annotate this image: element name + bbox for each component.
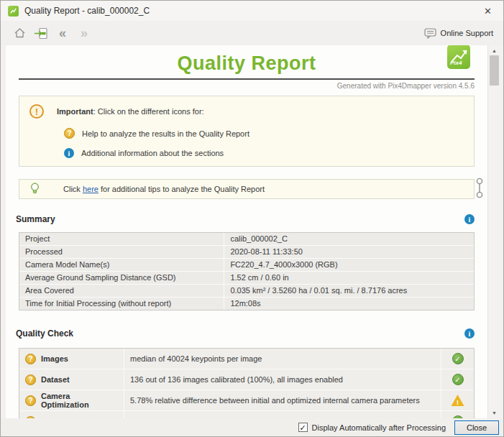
important-icon: !	[29, 104, 44, 119]
back-button[interactable]: «	[54, 24, 71, 42]
forward-icon: »	[81, 27, 88, 40]
report-view: Quality Report Pix4 Generated with Pix4D…	[6, 45, 500, 418]
table-row: ?Images median of 40024 keypoints per im…	[19, 349, 474, 369]
scroll-up-icon[interactable]: ▲	[488, 45, 500, 56]
row-value: 12m:08s	[224, 298, 474, 310]
title-bar: Quality Report - calib_000002_C ✕	[1, 1, 503, 21]
display-automatically-label[interactable]: Display Automatically after Processing	[312, 423, 446, 432]
dialog-footer: ✓ Display Automatically after Processing…	[1, 418, 503, 436]
online-support-label: Online Support	[441, 29, 493, 37]
report-content: Quality Report Pix4 Generated with Pix4D…	[6, 45, 487, 418]
summary-section-header: Summary i	[16, 214, 475, 224]
quality-report-window: Quality Report - calib_000002_C ✕ « » On…	[0, 0, 504, 437]
row-value: median of 40024 keypoints per image	[124, 349, 441, 369]
row-label: Time for Initial Processing (without rep…	[19, 298, 224, 310]
chat-bubble-icon	[424, 28, 436, 39]
export-pdf-button[interactable]	[32, 24, 50, 42]
pix4d-app-icon	[8, 6, 19, 17]
generated-version-text: Generated with Pix4Dmapper version 4.5.6	[13, 82, 475, 90]
summary-heading: Summary	[16, 214, 55, 224]
row-value: 5.78% relative difference between initia…	[124, 390, 441, 410]
quality-check-info-icon[interactable]: i	[464, 328, 475, 339]
important-row: ! Important: Click on the different icon…	[29, 104, 464, 119]
help-icon[interactable]: ?	[25, 395, 36, 406]
tip-box: Click here for additional tips to analyz…	[19, 179, 475, 199]
report-title: Quality Report	[13, 52, 480, 75]
scroll-down-icon[interactable]: ▼	[488, 408, 500, 418]
table-row: Processed2020-08-11 11:33:50	[19, 245, 474, 258]
pix4d-logo: Pix4	[447, 45, 470, 69]
row-label: Camera Optimization	[41, 392, 118, 409]
summary-info-icon[interactable]: i	[464, 214, 475, 224]
help-icon[interactable]: ?	[25, 354, 36, 364]
row-value: calib_000002_C	[224, 233, 474, 245]
important-rest: : Click on the different icons for:	[93, 107, 204, 116]
help-icon[interactable]: ?	[25, 374, 36, 385]
row-label: Camera Model Name(s)	[19, 259, 224, 271]
quality-check-heading: Quality Check	[16, 328, 73, 339]
table-row: ?Dataset 136 out of 136 images calibrate…	[19, 369, 474, 390]
help-hint-text: Help to analyze the results in the Quali…	[82, 129, 249, 138]
report-toolbar: « » Online Support	[1, 21, 503, 45]
autoscroll-indicator	[475, 178, 485, 199]
row-value: 0.035 km² / 3.5260 ha / 0.01 sq. mi. / 8…	[224, 285, 474, 297]
back-icon: «	[59, 27, 66, 40]
row-label: Average Ground Sampling Distance (GSD)	[19, 272, 224, 284]
tip-pre: Click	[63, 185, 83, 193]
window-close-button[interactable]: ✕	[480, 4, 496, 18]
row-label: Images	[41, 354, 68, 363]
vertical-scrollbar[interactable]: ▲ ▼	[487, 45, 500, 418]
info-hint-text: Additional information about the section…	[81, 149, 224, 157]
forward-button[interactable]: »	[75, 24, 93, 42]
help-icon[interactable]: ?	[64, 128, 75, 139]
row-status-cell	[441, 349, 474, 369]
status-icon	[452, 374, 464, 385]
tip-text: Click here for additional tips to analyz…	[63, 185, 265, 193]
online-support-button[interactable]: Online Support	[424, 28, 493, 39]
row-label: Project	[19, 233, 224, 245]
important-text: Important: Click on the different icons …	[57, 107, 204, 116]
table-row: Time for Initial Processing (without rep…	[19, 297, 474, 310]
row-label: Dataset	[41, 375, 70, 384]
table-row: Camera Model Name(s)FC220_4.7_4000x3000 …	[19, 258, 474, 271]
lightbulb-icon	[29, 183, 40, 196]
row-value: 1.52 cm / 0.60 in	[224, 272, 474, 284]
home-button[interactable]	[11, 24, 28, 42]
pix4d-logo-text: Pix4	[450, 60, 462, 66]
status-icon	[452, 353, 464, 364]
table-row: ?Matching median of 14462 matches per ca…	[19, 410, 474, 418]
display-automatically-checkbox[interactable]: ✓	[298, 423, 308, 432]
info-icon[interactable]: i	[64, 148, 74, 158]
table-row: Projectcalib_000002_C	[19, 233, 474, 245]
important-notice-box: ! Important: Click on the different icon…	[19, 96, 475, 167]
row-status-cell	[441, 390, 474, 410]
table-row: ?Camera Optimization 5.78% relative diff…	[19, 390, 474, 410]
quality-check-table: ?Images median of 40024 keypoints per im…	[19, 348, 475, 418]
title-divider	[19, 78, 475, 80]
row-label-cell: ?Matching	[19, 411, 124, 418]
row-value: median of 14462 matches per calibrated i…	[124, 411, 441, 418]
table-row: Average Ground Sampling Distance (GSD)1.…	[19, 271, 474, 284]
summary-table: Projectcalib_000002_C Processed2020-08-1…	[19, 232, 475, 310]
row-label: Area Covered	[19, 285, 224, 297]
close-button[interactable]: Close	[454, 420, 499, 435]
scrollbar-thumb[interactable]	[490, 55, 499, 86]
row-value: FC220_4.7_4000x3000 (RGB)	[224, 259, 474, 271]
table-row: Area Covered0.035 km² / 3.5260 ha / 0.01…	[19, 284, 474, 297]
info-hint-row: i Additional information about the secti…	[64, 148, 464, 158]
row-label-cell: ?Camera Optimization	[19, 390, 124, 410]
tip-here-link[interactable]: here	[83, 185, 98, 193]
row-status-cell	[441, 411, 474, 418]
row-label-cell: ?Dataset	[19, 369, 124, 390]
row-value: 136 out of 136 images calibrated (100%),…	[124, 369, 441, 390]
help-hint-row: ? Help to analyze the results in the Qua…	[64, 128, 464, 139]
window-title: Quality Report - calib_000002_C	[24, 6, 480, 16]
tip-post: for additional tips to analyze the Quali…	[98, 185, 265, 193]
row-label: Processed	[19, 246, 224, 258]
status-icon	[452, 395, 464, 406]
important-word: Important	[57, 107, 93, 116]
row-value: 2020-08-11 11:33:50	[224, 246, 474, 258]
quality-check-section-header: Quality Check i	[16, 328, 475, 339]
row-label-cell: ?Images	[19, 349, 124, 369]
row-status-cell	[441, 369, 474, 390]
